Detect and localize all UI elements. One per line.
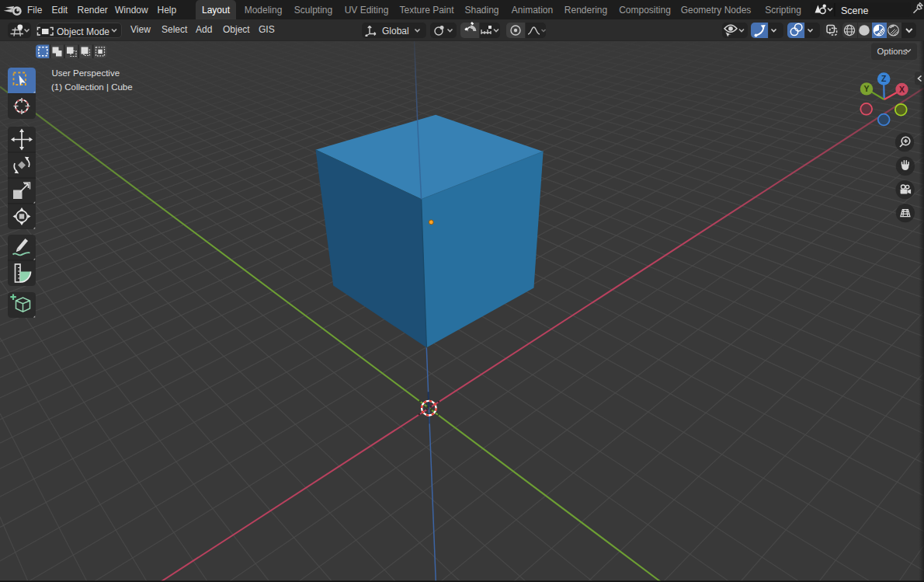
svg-text:Z: Z [881,74,887,83]
svg-text:Options: Options [877,47,908,56]
svg-text:User Perspective: User Perspective [52,68,120,78]
svg-text:(1) Collection | Cube: (1) Collection | Cube [51,82,133,92]
svg-text:Scene: Scene [841,5,868,16]
svg-text:Y: Y [863,84,869,93]
svg-text:X: X [899,85,905,94]
svg-text:Global: Global [382,26,409,37]
svg-text:Object Mode: Object Mode [57,26,109,37]
